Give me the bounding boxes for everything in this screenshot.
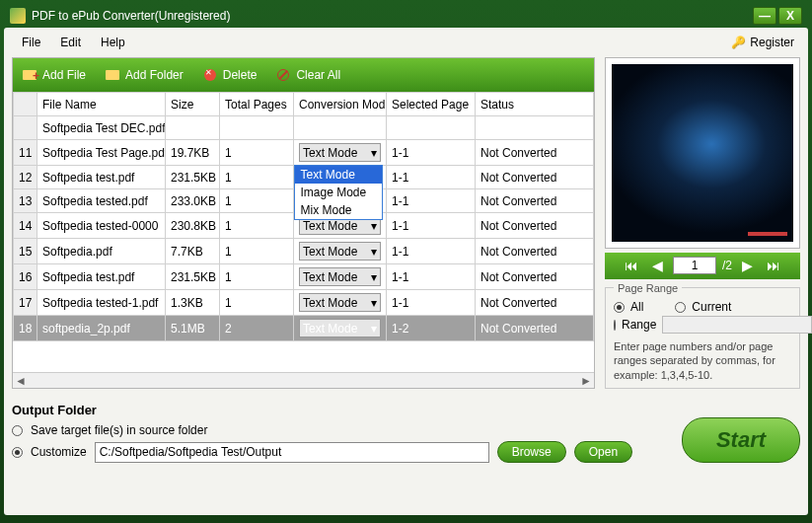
page-total-label: /2 [722,259,732,272]
col-mode[interactable]: Conversion Mode [294,93,387,116]
col-status[interactable]: Status [476,93,594,116]
cell-size [166,116,220,140]
cell-totalpages: 1 [220,264,294,290]
chevron-down-icon[interactable]: ▾ [371,146,377,160]
last-page-button[interactable]: ⏭ [763,258,784,273]
output-path-input[interactable] [95,442,489,463]
delete-button[interactable]: Delete [201,66,258,84]
cell-mode[interactable]: Text Mode▾ [294,239,387,264]
clear-all-button[interactable]: Clear All [274,66,340,84]
table-row[interactable]: 11Softpedia Test Page.pdf19.7KB1Text Mod… [14,140,594,166]
radio-save-source[interactable] [12,425,23,436]
mode-option[interactable]: Text Mode [295,166,382,184]
radio-current[interactable] [675,302,686,313]
cell-filename: Softpedia tested.pdf [37,189,166,213]
col-index[interactable] [14,93,37,116]
range-input[interactable] [662,316,812,334]
scroll-right-icon[interactable]: ► [580,374,592,388]
cell-filename: Softpedia tested-0000 [37,213,166,239]
minimize-button[interactable]: — [753,7,776,25]
cell-totalpages: 1 [220,213,294,239]
radio-all[interactable] [614,302,625,313]
cell-index: 12 [14,166,37,189]
col-selected[interactable]: Selected Page [387,93,476,116]
mode-option[interactable]: Mix Mode [295,201,382,219]
start-button[interactable]: Start [682,417,800,463]
clear-all-label: Clear All [296,68,340,82]
preview-image [612,64,793,242]
cell-mode[interactable] [294,116,387,140]
register-button[interactable]: 🔑 Register [731,36,800,49]
chevron-down-icon[interactable]: ▾ [371,245,377,259]
cell-filename: Softpedia test.pdf [37,166,166,189]
mode-value: Text Mode [303,296,357,310]
window-title: PDF to ePub Converter(Unregistered) [32,9,230,23]
cell-mode[interactable]: Text Mode▾ [294,290,387,316]
page-number-input[interactable] [673,257,716,274]
prev-page-button[interactable]: ◀ [648,258,667,273]
cell-filename: Softpedia tested-1.pdf [37,290,166,316]
cell-mode[interactable]: Text Mode▾ [294,316,387,341]
range-help-text: Enter page numbers and/or page ranges se… [614,339,791,382]
horizontal-scrollbar[interactable]: ◄ ► [13,372,594,388]
menu-file[interactable]: File [12,34,50,51]
cell-selected: 1-1 [387,239,476,264]
cell-index [14,116,37,140]
table-row[interactable]: Softpedia Test DEC.pdf [14,116,594,140]
cell-totalpages: 2 [220,316,294,341]
table-row[interactable]: 18softpedia_2p.pdf5.1MB2Text Mode▾1-2Not… [14,316,594,341]
toolbar: Add File Add Folder Delete Clear All [13,58,594,92]
chevron-down-icon[interactable]: ▾ [371,296,377,310]
col-size[interactable]: Size [166,93,220,116]
menu-edit[interactable]: Edit [50,34,91,51]
cell-size: 5.1MB [166,316,220,341]
radio-range-label: Range [622,318,656,332]
cell-size: 231.5KB [166,166,220,189]
cell-mode[interactable]: Text Mode▾ [294,264,387,290]
cell-index: 15 [14,239,37,264]
cell-totalpages [220,116,294,140]
cell-size: 230.8KB [166,213,220,239]
menubar: File Edit Help 🔑 Register [12,32,800,53]
delete-label: Delete [223,68,258,82]
output-folder-title: Output Folder [12,403,800,417]
cell-selected: 1-2 [387,316,476,341]
mode-value: Text Mode [303,219,357,233]
cell-size: 19.7KB [166,140,220,166]
table-row[interactable]: 15Softpedia.pdf7.7KB1Text Mode▾1-1Not Co… [14,239,594,264]
mode-option[interactable]: Image Mode [295,184,382,201]
cell-selected: 1-1 [387,166,476,189]
cell-status: Not Converted [476,290,594,316]
file-table[interactable]: File Name Size Total Pages Conversion Mo… [13,92,594,372]
first-page-button[interactable]: ⏮ [621,258,642,273]
cell-size: 1.3KB [166,290,220,316]
add-file-button[interactable]: Add File [21,66,86,84]
browse-button[interactable]: Browse [497,441,566,463]
page-range-legend: Page Range [614,282,682,294]
menu-help[interactable]: Help [91,34,135,51]
cell-totalpages: 1 [220,140,294,166]
cell-size: 233.0KB [166,189,220,213]
cell-selected: 1-1 [387,189,476,213]
cell-selected: 1-1 [387,264,476,290]
scroll-left-icon[interactable]: ◄ [15,374,27,388]
chevron-down-icon[interactable]: ▾ [371,270,377,284]
open-button[interactable]: Open [574,441,632,463]
col-filename[interactable]: File Name [37,93,166,116]
radio-customize[interactable] [12,447,23,458]
add-folder-button[interactable]: Add Folder [104,66,184,84]
chevron-down-icon[interactable]: ▾ [371,322,377,336]
close-button[interactable]: X [778,7,802,25]
col-totalpages[interactable]: Total Pages [220,93,294,116]
radio-range[interactable] [614,320,616,331]
preview-navigation: ⏮ ◀ /2 ▶ ⏭ [605,253,800,280]
cell-status: Not Converted [476,316,594,341]
chevron-down-icon[interactable]: ▾ [371,219,377,233]
table-row[interactable]: 17Softpedia tested-1.pdf1.3KB1Text Mode▾… [14,290,594,316]
cell-selected: 1-1 [387,213,476,239]
mode-dropdown[interactable]: Text ModeImage ModeMix Mode [294,165,383,220]
cell-mode[interactable]: Text Mode▾ [294,140,387,166]
cell-selected [387,116,476,140]
next-page-button[interactable]: ▶ [738,258,757,273]
table-row[interactable]: 16Softpedia test.pdf231.5KB1Text Mode▾1-… [14,264,594,290]
